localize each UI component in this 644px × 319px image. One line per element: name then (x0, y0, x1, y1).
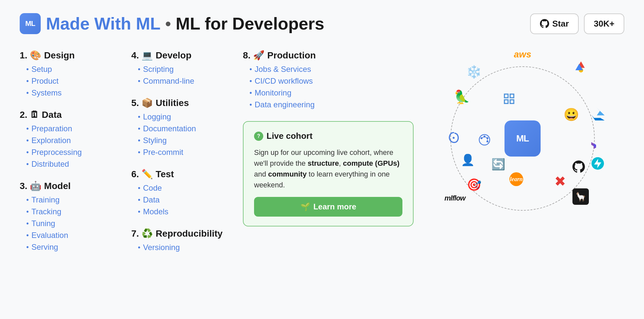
page-header: ML Made With ML • ML for Developers Star… (20, 13, 624, 34)
header-brand: ML Made With ML • ML for Developers (20, 13, 324, 34)
code-link[interactable]: Code (143, 183, 162, 193)
list-item[interactable]: Training (26, 195, 112, 204)
star-count-label: 30K+ (594, 19, 614, 29)
section-production: 8. 🚀 Production Jobs & Services CI/CD wo… (243, 50, 414, 109)
star-count-button[interactable]: 30K+ (584, 13, 624, 34)
commandline-link[interactable]: Command-line (143, 76, 194, 86)
svg-rect-1 (504, 94, 508, 98)
tracking-link[interactable]: Tracking (32, 207, 61, 216)
list-item[interactable]: Exploration (26, 136, 112, 145)
develop-items: Scripting Command-line (131, 65, 223, 86)
jobs-services-link[interactable]: Jobs & Services (255, 65, 311, 74)
styling-link[interactable]: Styling (143, 136, 167, 145)
list-item[interactable]: Monitoring (249, 88, 414, 97)
list-item[interactable]: Models (138, 207, 223, 216)
setup-link[interactable]: Setup (32, 65, 52, 74)
section-develop: 4. 💻 Develop Scripting Command-line (131, 50, 223, 86)
svg-rect-2 (510, 94, 514, 98)
list-item[interactable]: Tuning (26, 219, 112, 228)
github-circle-icon (572, 160, 585, 173)
list-item[interactable]: Scripting (138, 65, 223, 74)
live-cohort-body: Sign up for our upcoming live cohort, wh… (254, 147, 402, 190)
data-engineering-link[interactable]: Data engineering (255, 100, 315, 109)
test-items: Code Data Models (131, 183, 223, 216)
model-icon: 🤖 (30, 181, 41, 191)
parrot-icon: 🦜 (454, 89, 470, 105)
data-link[interactable]: Data (143, 195, 160, 204)
model-items: Training Tracking Tuning Evaluation Serv… (20, 195, 112, 252)
section-reproducibility: 7. ♻️ Reproducibility Versioning (131, 228, 223, 252)
list-item[interactable]: Serving (26, 243, 112, 252)
production-icon: 🚀 (253, 50, 265, 61)
svg-rect-3 (504, 100, 508, 103)
section-utilities: 5. 📦 Utilities Logging Documentation Sty… (131, 97, 223, 157)
section-test: 6. ✏️ Test Code Data Models (131, 169, 223, 216)
list-item[interactable]: Product (26, 76, 112, 86)
list-item[interactable]: Data (138, 195, 223, 204)
list-item[interactable]: Pre-commit (138, 148, 223, 157)
list-item[interactable]: Jobs & Services (249, 65, 414, 74)
circle-diagram: ML aws ❄️ 🦜 (427, 43, 618, 234)
serving-link[interactable]: Serving (32, 243, 58, 252)
list-item[interactable]: Styling (138, 136, 223, 145)
tuning-link[interactable]: Tuning (32, 219, 55, 228)
mlflow-text-icon: mlflow (444, 194, 465, 202)
list-item[interactable]: Systems (26, 88, 112, 97)
models-link[interactable]: Models (143, 207, 168, 216)
section-num: 7. (131, 228, 139, 239)
list-item[interactable]: Logging (138, 112, 223, 121)
list-item[interactable]: CI/CD workflows (249, 76, 414, 86)
evaluation-link[interactable]: Evaluation (32, 231, 68, 240)
live-cohort-header: ? Live cohort (254, 131, 402, 141)
aws-icon: aws (514, 49, 531, 60)
preparation-link[interactable]: Preparation (32, 124, 72, 133)
page-title: Made With ML • ML for Developers (46, 14, 324, 33)
section-title-label: Utilities (156, 98, 189, 108)
list-item[interactable]: Documentation (138, 124, 223, 133)
svg-point-5 (453, 137, 455, 139)
monitoring-link[interactable]: Monitoring (255, 88, 291, 97)
list-item[interactable]: Data engineering (249, 100, 414, 109)
sklearn-icon: learn (509, 172, 523, 186)
list-item[interactable]: Setup (26, 65, 112, 74)
target-icon: 🎯 (467, 178, 482, 192)
list-item[interactable]: Code (138, 183, 223, 193)
list-item[interactable]: Versioning (138, 243, 223, 252)
gcp-icon (574, 60, 588, 74)
section-model: 3. 🤖 Model Training Tracking Tuning Eval… (20, 181, 112, 252)
section-num: 3. (20, 181, 27, 191)
bold-compute: compute (GPUs) (343, 159, 399, 167)
data-items: Preparation Exploration Preprocessing Di… (20, 124, 112, 169)
precommit-link[interactable]: Pre-commit (143, 148, 183, 157)
learn-more-button[interactable]: 🌱 Learn more (254, 197, 402, 217)
list-item[interactable]: Preparation (26, 124, 112, 133)
bold-structure: structure (308, 159, 339, 167)
scripting-link[interactable]: Scripting (143, 65, 174, 74)
preprocessing-link[interactable]: Preprocessing (32, 148, 82, 157)
circle-center-logo: ML (504, 120, 541, 157)
star-button[interactable]: Star (530, 13, 579, 34)
distributed-link[interactable]: Distributed (32, 160, 69, 169)
right-panel: ML aws ❄️ 🦜 (421, 50, 624, 234)
bold-community: community (268, 170, 307, 178)
airbyte-icon (447, 131, 460, 144)
list-item[interactable]: Preprocessing (26, 148, 112, 157)
versioning-link[interactable]: Versioning (143, 243, 180, 252)
list-item[interactable]: Evaluation (26, 231, 112, 240)
section-data: 2. 🗓 Data Preparation Exploration Prepro… (20, 109, 112, 169)
product-link[interactable]: Product (32, 76, 59, 86)
mlflow-fire-icon: 🔄 (491, 158, 505, 171)
documentation-link[interactable]: Documentation (143, 124, 196, 133)
logging-link[interactable]: Logging (143, 112, 171, 121)
systems-link[interactable]: Systems (32, 88, 62, 97)
exploration-link[interactable]: Exploration (32, 136, 71, 145)
list-item[interactable]: Tracking (26, 207, 112, 216)
list-item[interactable]: Command-line (138, 76, 223, 86)
training-link[interactable]: Training (32, 195, 60, 204)
title-main: ML for Developers (176, 14, 324, 33)
list-item[interactable]: Distributed (26, 160, 112, 169)
section-num: 8. (243, 50, 250, 61)
cicd-link[interactable]: CI/CD workflows (255, 76, 313, 86)
section-num: 4. (131, 50, 139, 61)
lama-icon: 🦙 (572, 188, 589, 205)
